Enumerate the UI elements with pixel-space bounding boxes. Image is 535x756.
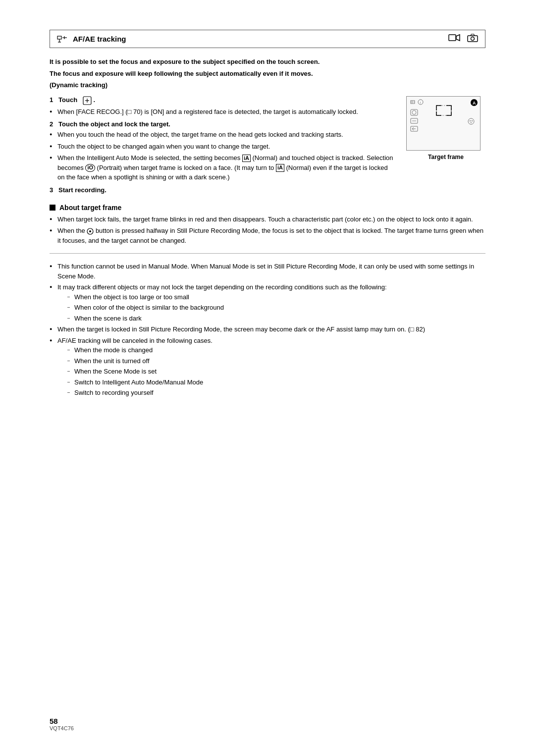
target-frame-label: Target frame: [406, 154, 485, 161]
page-number: 58: [50, 717, 74, 725]
step2-bullet2: Touch the object to be changed again whe…: [50, 142, 396, 152]
step3-label: 3 Start recording.: [50, 186, 396, 194]
svg-point-21: [412, 110, 416, 114]
ia-portrait-icon: iO: [85, 164, 95, 171]
notes-bullets: This function cannot be used in Manual M…: [50, 262, 485, 398]
intro-line2: The focus and exposure will keep followi…: [50, 69, 485, 79]
step-1: 1 Touch . When [FACE RECOG.] (□: [50, 96, 396, 117]
note4-sub: When the mode is changed When the unit i…: [67, 345, 485, 398]
note4: AF/AE tracking will be canceled in the f…: [50, 336, 485, 398]
note1: This function cannot be used in Manual M…: [50, 262, 485, 281]
ia-normal-icon: iA: [242, 155, 251, 162]
svg-marker-6: [456, 35, 460, 41]
note4-sub1: When the mode is changed: [67, 345, 485, 355]
atf-bullet2: When the button is pressed halfway in St…: [50, 226, 485, 245]
page-footer: 58 VQT4C76: [50, 717, 74, 731]
note3: When the target is locked in Still Pictu…: [50, 324, 485, 334]
page-code: VQT4C76: [50, 725, 74, 731]
header-title: AF/AE tracking: [73, 35, 126, 43]
note2-sub2: When color of the object is similar to t…: [67, 303, 485, 313]
svg-text:A: A: [473, 101, 476, 106]
steps-column: 1 Touch . When [FACE RECOG.] (□: [50, 96, 396, 198]
note4-sub2: When the unit is turned off: [67, 356, 485, 366]
touch-icon: [83, 96, 94, 104]
step1-bullets: When [FACE RECOG.] (□ 70) is [ON] and a …: [50, 107, 396, 117]
about-target-frame-bullets: When target lock fails, the target frame…: [50, 215, 485, 246]
svg-rect-5: [449, 35, 456, 41]
target-frame-column: i A: [406, 96, 485, 198]
section-divider: [50, 253, 485, 254]
step2-bullet1: When you touch the head of the object, t…: [50, 130, 396, 140]
black-square-icon: [50, 205, 55, 211]
note2-sub: When the object is too large or too smal…: [67, 292, 485, 324]
step2-bullets: When you touch the head of the object, t…: [50, 130, 396, 182]
svg-text:i: i: [420, 101, 421, 104]
section-header: AF/AE tracking: [50, 30, 485, 48]
ia-normal-icon2: iA: [276, 164, 284, 171]
svg-point-25: [468, 118, 474, 124]
step2-label: 2 Touch the object and lock the target.: [50, 120, 396, 128]
step2-bullet3: When the Intelligent Auto Mode is select…: [50, 153, 396, 182]
svg-point-29: [89, 230, 91, 232]
svg-point-8: [471, 37, 475, 41]
header-right: [448, 33, 478, 45]
note2-sub1: When the object is too large or too smal…: [67, 292, 485, 302]
step-3: 3 Start recording.: [50, 186, 396, 194]
note4-sub5: Switch to recording yourself: [67, 388, 485, 398]
step1-bullet1: When [FACE RECOG.] (□ 70) is [ON] and a …: [50, 107, 396, 117]
camera-icon: [467, 33, 478, 45]
note2-sub3: When the scene is dark: [67, 314, 485, 324]
step1-label: 1 Touch .: [50, 96, 396, 105]
svg-rect-0: [57, 36, 61, 39]
target-frame-svg: i A: [407, 97, 481, 151]
header-left: AF/AE tracking: [57, 34, 126, 44]
shutter-icon: [87, 227, 96, 234]
step-2: 2 Touch the object and lock the target. …: [50, 120, 396, 182]
tracking-icon: [57, 34, 68, 44]
note4-sub3: When the Scene Mode is set: [67, 367, 485, 377]
main-content: 1 Touch . When [FACE RECOG.] (□: [50, 96, 485, 198]
atf-bullet1: When target lock fails, the target frame…: [50, 215, 485, 224]
intro-line3: (Dynamic tracking): [50, 80, 485, 90]
target-frame-diagram: i A: [406, 96, 481, 151]
note2: It may track different objects or may no…: [50, 282, 485, 323]
note4-sub4: Switch to Intelligent Auto Mode/Manual M…: [67, 378, 485, 387]
about-target-frame-heading: About target frame: [50, 204, 485, 212]
svg-point-27: [472, 120, 473, 121]
svg-point-26: [470, 120, 471, 121]
video-icon: [448, 33, 460, 45]
page: AF/AE tracking It is possible to set the…: [0, 0, 535, 756]
intro-line1: It is possible to set the focus and expo…: [50, 57, 485, 67]
svg-rect-17: [436, 106, 451, 115]
